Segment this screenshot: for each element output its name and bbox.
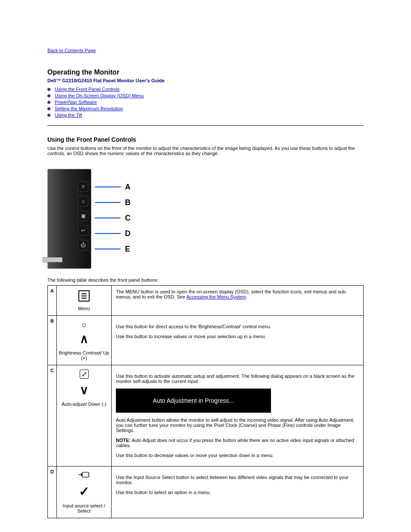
leader-line: [95, 249, 121, 249]
row-desc-tail: .: [246, 294, 247, 299]
toc-link[interactable]: Setting the Maximum Resolution: [55, 106, 123, 111]
row-desc-text: Use the Input Source Select button to se…: [116, 475, 359, 485]
leader-line: [95, 187, 121, 187]
toc-link[interactable]: Using the On-Screen Display (OSD) Menu: [55, 93, 144, 98]
toc-link[interactable]: PowerNap Software: [55, 100, 97, 105]
auto-adjust-icon: ⤢: [80, 370, 89, 379]
leader-line: [95, 218, 121, 218]
panel-letter: C: [125, 214, 131, 223]
toc-link[interactable]: Using the Front Panel Controls: [55, 87, 119, 92]
icon-label: Brightness Contrast/ Up (+): [59, 350, 109, 361]
auto-adjust-banner: Auto Adjustment in Progress...: [116, 389, 271, 413]
front-panel-figure: ≡ ☼ ▣ ↩ ⏻ A B C D E: [47, 169, 364, 269]
down-arrow-icon: ∨: [80, 383, 89, 397]
svg-rect-0: [82, 472, 89, 477]
icon-label: Input source select / Select: [59, 503, 109, 513]
row-icon-cell: ⤢ ∨ Auto-adjust/ Down (-): [57, 365, 112, 467]
up-arrow-icon: ∧: [80, 332, 89, 346]
note-label: NOTE:: [116, 438, 131, 443]
accessing-menu-system-link[interactable]: Accessing the Menu System: [186, 294, 246, 299]
bullet-icon: [47, 101, 50, 104]
row-desc-text: Use this button to decrease values or mo…: [116, 453, 359, 458]
input-source-icon: [78, 471, 90, 479]
row-desc-text: Use this button for direct access to the…: [116, 324, 359, 329]
row-desc-text: Use this button to select an option in a…: [116, 490, 359, 495]
section-heading: Using the Front Panel Controls: [47, 136, 364, 143]
table-row: A Menu The MENU button is used to open t…: [48, 286, 364, 316]
leader-line: [95, 202, 121, 203]
row-description: Use this button for direct access to the…: [112, 316, 364, 365]
row-id: B: [48, 316, 57, 365]
menu-icon: [78, 290, 90, 302]
table-intro: The following table describes the front …: [47, 277, 364, 283]
bullet-icon: [47, 114, 50, 117]
section-description: Use the control buttons on the front of …: [47, 146, 364, 156]
panel-base: [43, 257, 62, 262]
table-row: B ☼ ∧ Brightness Contrast/ Up (+) Use th…: [48, 316, 364, 365]
bullet-icon: [47, 94, 50, 97]
row-id: C: [48, 365, 57, 467]
row-icon-cell: ☼ ∧ Brightness Contrast/ Up (+): [57, 316, 112, 365]
panel-letter: B: [125, 198, 131, 207]
panel-letter: E: [125, 245, 130, 254]
row-description: The MENU button is used to open the on-s…: [112, 286, 364, 316]
note-text: Auto Adjust does not occur if you press …: [116, 438, 354, 448]
panel-button-c: ▣: [78, 211, 88, 221]
row-description: Use the Input Source Select button to se…: [112, 467, 364, 518]
toc-link[interactable]: Using the Tilt: [55, 112, 82, 118]
page-title: Operating the Monitor: [47, 68, 364, 76]
panel-letter: A: [125, 183, 131, 192]
page-subtitle: Dell™ G2210/G2410 Flat Panel Monitor Use…: [47, 78, 364, 83]
row-desc-text: Auto Adjustment button allows the monito…: [116, 417, 359, 433]
panel-photo: ≡ ☼ ▣ ↩ ⏻: [47, 169, 91, 269]
panel-letters: A B C D E: [95, 169, 131, 257]
bullet-icon: [47, 107, 50, 110]
leader-line: [95, 233, 121, 234]
panel-button-a: ≡: [78, 181, 88, 192]
row-description: Use this button to activate automatic se…: [112, 365, 364, 467]
row-desc-text: Use this button to increase values or mo…: [116, 334, 359, 339]
row-id: A: [48, 286, 57, 316]
section-divider: [47, 125, 364, 126]
row-id: D: [48, 467, 57, 518]
panel-letter: D: [125, 229, 131, 238]
panel-button-b: ☼: [78, 196, 88, 206]
icon-label: Menu: [78, 306, 90, 311]
bullet-icon: [47, 88, 50, 91]
check-icon: ✓: [79, 484, 90, 499]
controls-table: A Menu The MENU button is used to open t…: [47, 285, 364, 518]
panel-button-e: ⏻: [78, 240, 88, 250]
row-icon-cell: ✓ Input source select / Select: [57, 467, 112, 518]
row-icon-cell: Menu: [57, 286, 112, 316]
table-row: D ✓ Input source select / Select Use the…: [48, 467, 364, 518]
panel-button-d: ↩: [78, 225, 88, 236]
table-row: C ⤢ ∨ Auto-adjust/ Down (-) Use this but…: [48, 365, 364, 467]
icon-label: Auto-adjust/ Down (-): [62, 401, 106, 407]
toc-list: Using the Front Panel Controls Using the…: [47, 87, 364, 118]
brightness-icon: ☼: [81, 320, 88, 329]
row-desc-text: Use this button to activate automatic se…: [116, 373, 359, 384]
back-to-contents-link[interactable]: Back to Contents Page: [47, 48, 96, 53]
